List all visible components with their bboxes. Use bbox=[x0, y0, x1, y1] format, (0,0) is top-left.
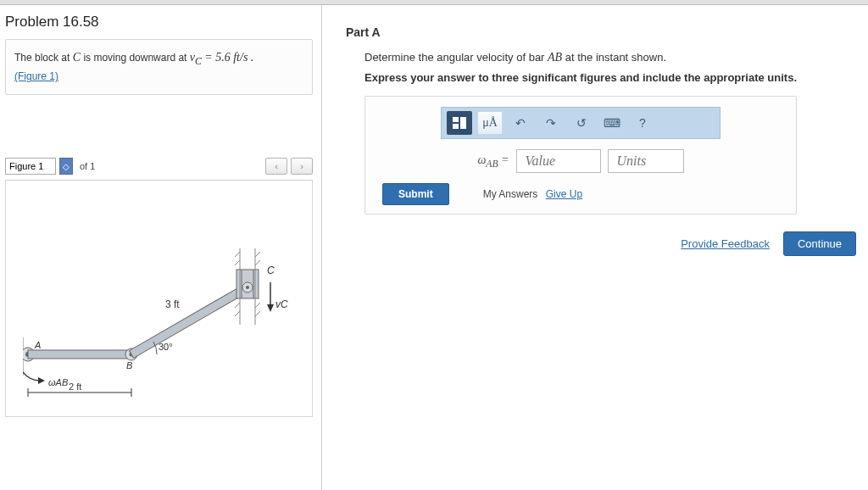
continue-button[interactable]: Continue bbox=[783, 231, 856, 256]
label-omega: ωAB bbox=[48, 377, 68, 387]
problem-title: Problem 16.58 bbox=[5, 14, 313, 31]
svg-marker-28 bbox=[38, 377, 45, 384]
submit-row: Submit My Answers Give Up bbox=[382, 183, 786, 205]
svg-rect-32 bbox=[453, 117, 459, 122]
svg-line-16 bbox=[235, 252, 240, 257]
svg-rect-10 bbox=[130, 285, 248, 358]
svg-line-18 bbox=[235, 303, 240, 308]
figure-link[interactable]: (Figure 1) bbox=[14, 70, 58, 82]
template-tool-icon[interactable] bbox=[447, 111, 472, 135]
omega-sub: AB bbox=[486, 158, 498, 169]
figure-stepper[interactable]: ◇ bbox=[59, 158, 73, 175]
units-tool[interactable]: μÅ bbox=[477, 111, 503, 135]
figure-nav: ◇ of 1 ‹ › bbox=[5, 154, 313, 180]
problem-statement-panel: The block at C is moving downward at vC … bbox=[5, 39, 313, 95]
vc-eq: = 5.6 ft/s . bbox=[202, 51, 254, 64]
footer-row: Provide Feedback Continue bbox=[364, 231, 856, 256]
right-column: Part A Determine the angular velocity of… bbox=[322, 5, 868, 490]
svg-line-17 bbox=[235, 260, 240, 265]
svg-rect-7 bbox=[28, 350, 131, 359]
label-c: C bbox=[267, 264, 275, 276]
figure-select: ◇ of 1 bbox=[5, 158, 95, 175]
svg-line-19 bbox=[235, 311, 240, 316]
answer-frame: μÅ ↶ ↷ ↺ ⌨ ? ωAB = Submit My Answers Giv… bbox=[364, 96, 797, 214]
reset-icon[interactable]: ↺ bbox=[569, 111, 594, 135]
label-bc-len: 3 ft bbox=[165, 298, 180, 310]
value-input[interactable] bbox=[516, 149, 601, 173]
label-a: A bbox=[34, 340, 41, 350]
help-icon[interactable]: ? bbox=[630, 111, 655, 135]
omega-label: ωAB = bbox=[477, 153, 509, 170]
vc-sub: C bbox=[195, 56, 202, 67]
svg-point-25 bbox=[246, 286, 249, 289]
q-suffix: at the instant shown. bbox=[565, 51, 666, 64]
omega-sym: ω bbox=[477, 153, 486, 166]
label-angle: 30° bbox=[159, 342, 173, 352]
vc-expr: vC = 5.6 ft/s . bbox=[190, 51, 254, 64]
stmt-mid: is moving downward at bbox=[83, 52, 189, 64]
part-a-question: Determine the angular velocity of bar AB… bbox=[364, 51, 856, 64]
block-var: C bbox=[73, 51, 81, 64]
units-input[interactable] bbox=[608, 149, 684, 173]
mechanism-diagram: A B bbox=[23, 223, 294, 401]
svg-rect-33 bbox=[453, 124, 459, 129]
part-a-instruction: Express your answer to three significant… bbox=[364, 71, 856, 84]
undo-icon[interactable]: ↶ bbox=[508, 111, 533, 135]
label-b: B bbox=[126, 360, 132, 370]
svg-line-22 bbox=[255, 303, 260, 308]
omega-eq: = bbox=[498, 153, 509, 166]
svg-rect-34 bbox=[460, 117, 466, 129]
svg-line-21 bbox=[255, 260, 260, 265]
keyboard-icon[interactable]: ⌨ bbox=[599, 111, 625, 135]
figure-input[interactable] bbox=[5, 158, 56, 175]
answers-links: My Answers Give Up bbox=[483, 188, 582, 200]
svg-line-23 bbox=[255, 311, 260, 316]
figure-of: of 1 bbox=[80, 161, 95, 171]
figure-next-button[interactable]: › bbox=[291, 158, 313, 175]
svg-marker-27 bbox=[267, 304, 274, 312]
answer-toolbar: μÅ ↶ ↷ ↺ ⌨ ? bbox=[441, 107, 721, 139]
provide-feedback-link[interactable]: Provide Feedback bbox=[681, 237, 770, 250]
label-vc: vC bbox=[275, 298, 288, 310]
give-up-link[interactable]: Give Up bbox=[546, 188, 582, 200]
svg-line-20 bbox=[255, 252, 260, 257]
stmt-prefix: The block at bbox=[14, 52, 73, 64]
part-a-title: Part A bbox=[346, 25, 856, 39]
label-ab-len: 2 ft bbox=[69, 381, 81, 392]
answer-input-row: ωAB = bbox=[376, 149, 786, 173]
submit-button[interactable]: Submit bbox=[382, 183, 449, 205]
q-bar: AB bbox=[548, 51, 562, 64]
my-answers-label: My Answers bbox=[483, 188, 538, 200]
left-column: Problem 16.58 The block at C is moving d… bbox=[0, 5, 322, 490]
q-prefix: Determine the angular velocity of bar bbox=[364, 51, 548, 64]
redo-icon[interactable]: ↷ bbox=[538, 111, 564, 135]
figure-box: A B bbox=[5, 180, 313, 417]
figure-prev-button[interactable]: ‹ bbox=[265, 158, 287, 175]
